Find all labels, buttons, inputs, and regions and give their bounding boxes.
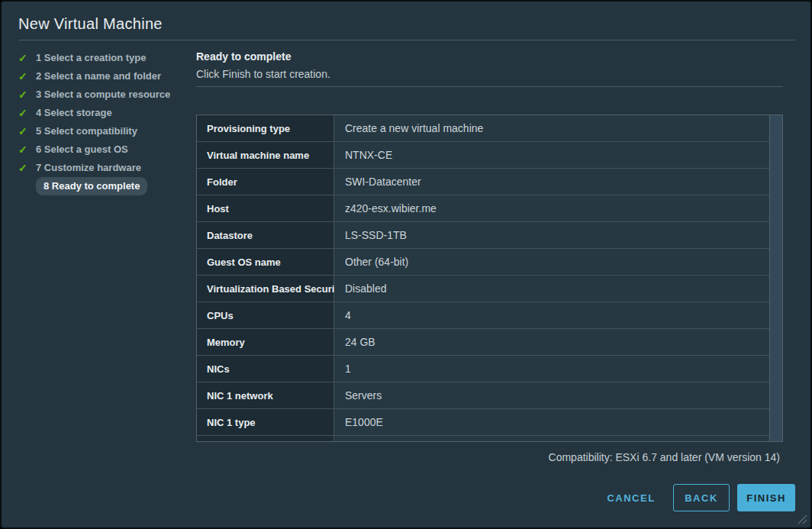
row-label: Folder: [197, 169, 334, 195]
check-icon: ✓: [18, 89, 36, 101]
summary-table: Provisioning typeCreate a new virtual ma…: [196, 115, 783, 442]
sidebar-step-6[interactable]: ✓6 Select a guest OS: [18, 140, 195, 159]
table-row: NICs1: [197, 356, 769, 382]
step-label: 3 Select a compute resource: [36, 85, 170, 104]
table-row: Provisioning typeCreate a new virtual ma…: [197, 115, 769, 142]
step-heading: Ready to complete: [196, 50, 291, 63]
row-value: LS-SSD-1TB: [334, 222, 769, 248]
row-label: NICs: [197, 356, 334, 382]
sidebar-step-3[interactable]: ✓3 Select a compute resource: [18, 85, 195, 104]
row-label: Guest OS name: [197, 249, 334, 275]
wizard-steps: ✓1 Select a creation type✓2 Select a nam…: [18, 49, 195, 195]
step-label: 2 Select a name and folder: [36, 67, 161, 85]
row-value: 1: [334, 356, 769, 382]
step-label: 4 Select storage: [36, 104, 112, 122]
step-label: 7 Customize hardware: [36, 159, 141, 177]
row-value: [334, 436, 769, 441]
dialog-title: New Virtual Machine: [18, 15, 163, 33]
new-vm-wizard-dialog: New Virtual Machine ✓1 Select a creation…: [0, 0, 812, 529]
sidebar-step-2[interactable]: ✓2 Select a name and folder: [18, 67, 195, 85]
sidebar-step-4[interactable]: ✓4 Select storage: [18, 104, 195, 122]
row-value: E1000E: [334, 409, 769, 435]
row-label: CPUs: [197, 302, 334, 328]
table-scrollbar[interactable]: [769, 115, 782, 441]
row-label: Provisioning type: [197, 115, 334, 141]
table-row: Virtual machine nameNTNX-CE: [197, 142, 769, 169]
table-row: NIC 1 networkServers: [197, 382, 769, 409]
row-value: NTNX-CE: [334, 142, 769, 168]
sidebar-step-8[interactable]: 8 Ready to complete: [18, 177, 195, 195]
cancel-button[interactable]: CANCEL: [598, 484, 664, 511]
row-value: SWI-Datacenter: [334, 169, 769, 195]
row-label: Memory: [197, 329, 334, 355]
finish-button[interactable]: FINISH: [737, 484, 795, 511]
step-label: 1 Select a creation type: [36, 49, 147, 67]
row-value: Disabled: [334, 276, 769, 302]
row-label: Virtualization Based Security: [197, 276, 334, 302]
table-row: DatastoreLS-SSD-1TB: [197, 222, 769, 249]
table-row: Guest OS nameOther (64-bit): [197, 249, 769, 276]
row-label: NIC 1 type: [197, 409, 334, 435]
table-row: NIC 1 typeE1000E: [197, 409, 769, 436]
table-row: CPUs4: [197, 302, 769, 329]
sidebar-step-1[interactable]: ✓1 Select a creation type: [18, 49, 195, 67]
title-divider: [18, 40, 795, 40]
row-value: 24 GB: [334, 329, 769, 355]
check-icon: ✓: [18, 52, 36, 64]
step-label: 6 Select a guest OS: [36, 140, 128, 159]
step-label: 8 Ready to complete: [36, 177, 147, 195]
summary-table-rows: Provisioning typeCreate a new virtual ma…: [197, 115, 769, 441]
row-value: z420-esx.wibier.me: [334, 195, 769, 221]
check-icon: ✓: [18, 70, 36, 82]
step-label: 5 Select compatibility: [36, 122, 137, 140]
compatibility-note: Compatibility: ESXi 6.7 and later (VM ve…: [549, 451, 780, 463]
check-icon: ✓: [18, 162, 36, 174]
table-row: Memory24 GB: [197, 329, 769, 356]
check-icon: ✓: [18, 107, 36, 119]
table-row: Hostz420-esx.wibier.me: [197, 195, 769, 222]
content-divider: [196, 86, 783, 87]
row-value: 4: [334, 302, 769, 328]
row-value: Other (64-bit): [334, 249, 769, 275]
sidebar-step-7[interactable]: ✓7 Customize hardware: [18, 159, 195, 177]
row-label: NIC 1 network: [197, 382, 334, 408]
sidebar-step-5[interactable]: ✓5 Select compatibility: [18, 122, 195, 140]
row-label: Virtual machine name: [197, 142, 334, 168]
check-icon: ✓: [18, 125, 36, 137]
row-label: [197, 436, 334, 441]
row-value: Servers: [334, 382, 769, 408]
resize-grip-icon[interactable]: [797, 514, 807, 524]
row-label: Datastore: [197, 222, 334, 248]
table-row: Virtualization Based SecurityDisabled: [197, 276, 769, 302]
back-button[interactable]: BACK: [673, 484, 730, 511]
table-row: FolderSWI-Datacenter: [197, 169, 769, 195]
row-label: Host: [197, 195, 334, 221]
table-row-partial: [197, 436, 769, 441]
step-subheading: Click Finish to start creation.: [196, 68, 330, 80]
check-icon: ✓: [18, 144, 36, 156]
row-value: Create a new virtual machine: [334, 115, 769, 141]
